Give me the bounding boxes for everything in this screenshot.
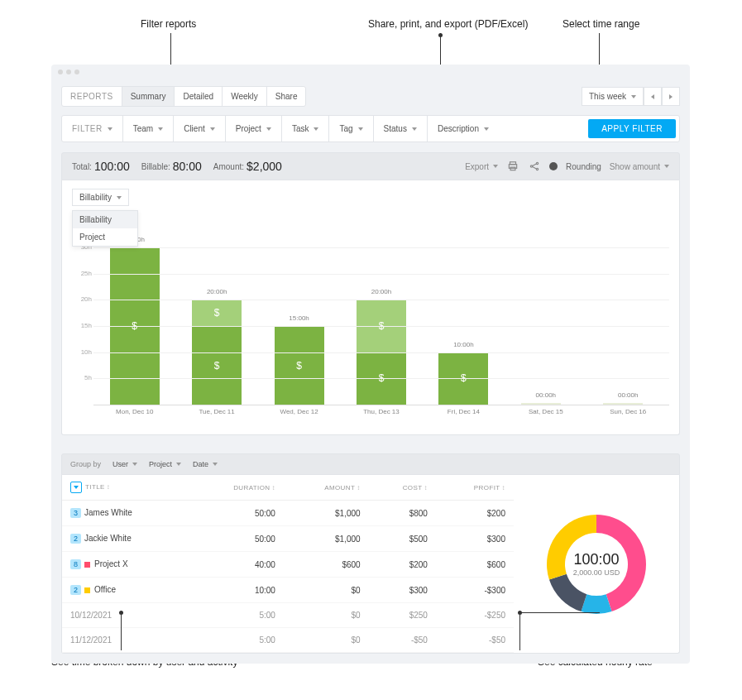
svg-line-6 bbox=[533, 164, 537, 165]
window-dot bbox=[58, 70, 63, 74]
bar-chart: 30h25h20h15h10h5h $30:00h$$20:00h$15:00h… bbox=[72, 247, 669, 421]
bar-value-label: 10:00h bbox=[438, 341, 488, 348]
filter-client[interactable]: Client bbox=[174, 116, 226, 141]
row-title: James White bbox=[84, 508, 132, 517]
cell-cost: $300 bbox=[369, 578, 436, 603]
apply-filter-button[interactable]: APPLY FILTER bbox=[588, 119, 676, 138]
row-title: Project X bbox=[94, 559, 128, 568]
filter-tag[interactable]: Tag bbox=[329, 116, 373, 141]
table-row[interactable]: 8Project X40:00$600$200$600 bbox=[62, 552, 514, 578]
menu-item-project[interactable]: Project bbox=[73, 228, 137, 246]
x-axis-label: Sat, Dec 15 bbox=[505, 408, 586, 421]
rounding-label: Rounding bbox=[566, 162, 601, 171]
chevron-down-icon bbox=[358, 127, 363, 131]
tabs-label: REPORTS bbox=[62, 87, 122, 106]
table-row[interactable]: 10/12/20215:00$0$250-$250 bbox=[62, 603, 514, 628]
col-amount[interactable]: AMOUNT↕ bbox=[284, 475, 369, 501]
export-dropdown[interactable]: Export bbox=[465, 160, 498, 173]
table-row[interactable]: 11/12/20215:00$0-$50-$50 bbox=[62, 628, 514, 653]
cell-cost: $800 bbox=[369, 501, 436, 526]
cell-duration: 5:00 bbox=[189, 628, 284, 653]
x-axis-label: Wed, Dec 12 bbox=[258, 408, 340, 421]
chevron-down-icon bbox=[314, 127, 318, 131]
cell-amount: $1,000 bbox=[284, 501, 369, 526]
summary-amount-label: Amount: bbox=[213, 162, 244, 171]
annotation-dot bbox=[518, 611, 522, 615]
annotation-export: Share, print, and export (PDF/Excel) bbox=[368, 18, 528, 30]
cell-amount: $600 bbox=[284, 552, 369, 578]
cell-amount: $0 bbox=[284, 603, 369, 628]
table-panel: TITLE↕ DURATION↕ AMOUNT↕ COST↕ PROFIT↕ 3… bbox=[61, 475, 680, 654]
donut-panel: 100:00 2,000.00 USD bbox=[514, 475, 679, 653]
bar-value-label: 00:00h bbox=[603, 391, 653, 399]
rounding-toggle-icon[interactable] bbox=[549, 162, 558, 170]
menu-item-billability[interactable]: Billability bbox=[73, 211, 137, 228]
show-amount-dropdown[interactable]: Show amount bbox=[610, 160, 669, 173]
table-row[interactable]: 2Office10:00$0$300-$300 bbox=[62, 578, 514, 603]
timerange-next-button[interactable] bbox=[662, 87, 680, 106]
chevron-down-icon bbox=[631, 95, 636, 98]
col-title[interactable]: TITLE↕ bbox=[62, 475, 189, 501]
tab-weekly[interactable]: Weekly bbox=[223, 87, 267, 106]
count-badge: 2 bbox=[70, 585, 81, 595]
svg-point-5 bbox=[536, 168, 538, 170]
annotation-timerange: Select time range bbox=[562, 18, 639, 30]
cell-profit: $200 bbox=[436, 501, 514, 526]
bar-value-label: 00:00h bbox=[521, 391, 571, 399]
expand-all-icon[interactable] bbox=[70, 482, 82, 493]
sort-icon: ↕ bbox=[502, 484, 505, 491]
summary-billable-label: Billable: bbox=[141, 162, 170, 171]
svg-rect-2 bbox=[510, 167, 515, 170]
tab-share[interactable]: Share bbox=[267, 87, 306, 106]
cell-amount: $0 bbox=[284, 578, 369, 603]
filter-task[interactable]: Task bbox=[282, 116, 330, 141]
timerange-label: This week bbox=[589, 92, 626, 101]
col-profit[interactable]: PROFIT↕ bbox=[436, 475, 514, 501]
table-row[interactable]: 2Jackie White50:00$1,000$500$300 bbox=[62, 526, 514, 552]
filter-status[interactable]: Status bbox=[374, 116, 428, 141]
x-axis-label: Thu, Dec 13 bbox=[340, 408, 422, 421]
dollar-icon: $ bbox=[296, 360, 302, 372]
chevron-down-icon bbox=[493, 165, 498, 168]
cell-duration: 40:00 bbox=[189, 552, 284, 578]
timerange-select[interactable]: This week bbox=[582, 87, 644, 106]
cell-amount: $0 bbox=[284, 628, 369, 653]
filter-team[interactable]: Team bbox=[123, 116, 174, 141]
tab-summary[interactable]: Summary bbox=[122, 87, 175, 106]
x-axis-label: Fri, Dec 14 bbox=[423, 408, 505, 421]
table-row[interactable]: 3James White50:00$1,000$800$200 bbox=[62, 501, 514, 526]
filter-project[interactable]: Project bbox=[226, 116, 282, 141]
print-icon[interactable] bbox=[506, 160, 519, 173]
row-title: Office bbox=[94, 585, 116, 594]
groupby-project[interactable]: Project bbox=[149, 460, 181, 468]
groupby-date[interactable]: Date bbox=[193, 460, 218, 468]
cell-profit: -$250 bbox=[436, 603, 514, 628]
chevron-right-icon bbox=[669, 94, 673, 99]
chevron-down-icon bbox=[210, 127, 215, 131]
timerange-prev-button[interactable] bbox=[644, 87, 662, 106]
row-title: Jackie White bbox=[84, 534, 132, 543]
cell-profit: $600 bbox=[436, 552, 514, 578]
window-dot bbox=[66, 70, 71, 74]
tab-detailed[interactable]: Detailed bbox=[175, 87, 223, 106]
cell-profit: $300 bbox=[436, 526, 514, 552]
y-tick: 20h bbox=[75, 295, 92, 303]
row-title: 10/12/2021 bbox=[70, 611, 112, 620]
summary-total: 100:00 bbox=[94, 160, 130, 173]
annotation-filter: Filter reports bbox=[141, 18, 196, 30]
share-icon[interactable] bbox=[528, 160, 541, 173]
col-cost[interactable]: COST↕ bbox=[369, 475, 436, 501]
annotation-dot bbox=[119, 611, 123, 615]
bar-billable: $ bbox=[275, 326, 324, 405]
cell-duration: 10:00 bbox=[189, 578, 284, 603]
col-duration[interactable]: DURATION↕ bbox=[189, 475, 284, 501]
groupby-user[interactable]: User bbox=[112, 460, 137, 468]
svg-point-4 bbox=[536, 162, 538, 164]
filter-description[interactable]: Description bbox=[428, 116, 499, 141]
groupby-bar: Group by User Project Date bbox=[61, 453, 680, 475]
chart-grouping-dropdown[interactable]: Billability bbox=[72, 189, 129, 206]
chevron-down-icon bbox=[108, 127, 112, 131]
bar-billable: $ bbox=[192, 326, 242, 405]
count-badge: 3 bbox=[70, 508, 81, 518]
chevron-down-icon bbox=[664, 165, 669, 168]
